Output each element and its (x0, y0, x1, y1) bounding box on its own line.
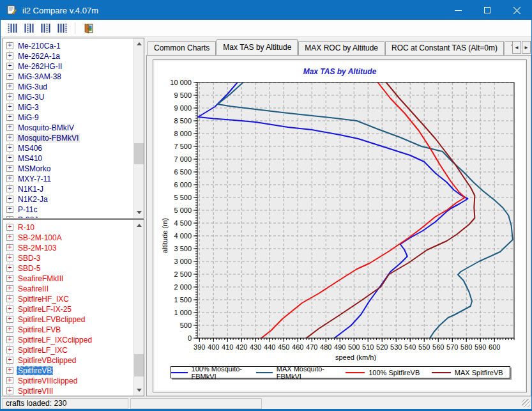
scroll-up-icon[interactable] (133, 220, 144, 231)
tab-max-roc-by-altitude[interactable]: MAX ROC by Altitude (298, 41, 384, 55)
tab-max-tas-by-altitude[interactable]: Max TAS by Altitude (217, 39, 298, 55)
tab-roc-at-constant-tas-alt-0m-[interactable]: ROC at Constant TAS (Alt=0m) (385, 41, 504, 55)
expand-plus-icon[interactable]: + (6, 134, 13, 141)
tree-item-mig-3am-38[interactable]: +MiG-3AM-38 (3, 72, 133, 82)
expand-plus-icon[interactable]: + (6, 336, 13, 343)
expand-plus-icon[interactable]: + (6, 114, 13, 121)
expand-plus-icon[interactable]: + (6, 73, 13, 80)
tree-item-spitfirelf-ix-25[interactable]: +SpitfireLF-IX-25 (3, 304, 133, 314)
expand-plus-icon[interactable]: + (6, 244, 13, 251)
tree-item-p-11c[interactable]: +P-11c (3, 205, 133, 215)
tree-item-msmorko[interactable]: +MSMorko (3, 164, 133, 174)
tree-item-label: SpitfireLF_IXCclipped (17, 336, 93, 345)
scrollbar-thumb[interactable] (134, 143, 144, 164)
tree-item-mig-9[interactable]: +MiG-9 (3, 112, 133, 123)
tree-item-ms406[interactable]: +MS406 (3, 143, 133, 153)
expand-plus-icon[interactable]: + (6, 206, 13, 213)
expand-plus-icon[interactable]: + (6, 124, 13, 131)
scrollbar-thumb[interactable] (134, 354, 144, 376)
expand-plus-icon[interactable]: + (6, 346, 13, 353)
legend-label: 100% Mosquito-FBMkVI (192, 365, 256, 380)
chart-layout-2-button[interactable] (21, 21, 36, 35)
expand-plus-icon[interactable]: + (6, 234, 13, 241)
svg-text:520: 520 (376, 343, 388, 351)
tree-item-mxy-7-11[interactable]: +MXY-7-11 (3, 174, 133, 184)
expand-plus-icon[interactable]: + (6, 254, 13, 261)
tree-item-sb-2m-103[interactable]: +SB-2M-103 (3, 243, 133, 253)
minimize-button[interactable] (443, 1, 473, 20)
tree-item-spitfirehf_ixc[interactable]: +SpitfireHF_IXC (3, 294, 133, 304)
tree-item-mosquito-fbmkvi[interactable]: +Mosquito-FBMkVI (3, 133, 133, 143)
tree-item-seafirefmkiii[interactable]: +SeafireFMkIII (3, 274, 133, 284)
expand-plus-icon[interactable]: + (6, 275, 13, 282)
expand-plus-icon[interactable]: + (6, 175, 13, 182)
tree-item-sbd-3[interactable]: +SBD-3 (3, 253, 133, 263)
expand-plus-icon[interactable]: + (6, 63, 13, 70)
tab-scroll-left-button[interactable]: ◄ (512, 41, 521, 54)
tree-item-r-10[interactable]: +R-10 (3, 222, 133, 233)
svg-text:3 000: 3 000 (174, 258, 192, 265)
expand-plus-icon[interactable]: + (6, 326, 13, 333)
close-button[interactable] (502, 1, 531, 20)
expand-plus-icon[interactable]: + (6, 295, 13, 302)
tree-item-ms410[interactable]: +MS410 (3, 153, 133, 164)
expand-plus-icon[interactable]: + (6, 265, 13, 272)
tree-item-mig-3[interactable]: +MiG-3 (3, 102, 133, 112)
bottom-tree-scrollbar[interactable] (133, 220, 144, 396)
tab-common-charts[interactable]: Common Charts (148, 41, 216, 55)
expand-plus-icon[interactable]: + (6, 216, 13, 218)
tree-item-me-210ca-1[interactable]: +Me-210Ca-1 (3, 41, 133, 51)
expand-plus-icon[interactable]: + (6, 155, 13, 162)
tree-item-spitfirevbclipped[interactable]: +SpitfireVBclipped (3, 355, 133, 366)
tree-item-mosquito-bmkiv[interactable]: +Mosquito-BMkIV (3, 123, 133, 133)
tree-item-sb-2m-100a[interactable]: +SB-2M-100A (3, 233, 133, 243)
expand-plus-icon[interactable]: + (6, 196, 13, 203)
expand-plus-icon[interactable]: + (6, 185, 13, 192)
tree-item-spitfirelfvb[interactable]: +SpitfireLFVB (3, 325, 133, 335)
expand-plus-icon[interactable]: + (6, 104, 13, 111)
tree-item-me-262hg-ii[interactable]: +Me-262HG-II (3, 61, 133, 72)
tree-item-label: SB-2M-103 (17, 244, 58, 252)
tree-item-spitfirelfvbclipped[interactable]: +SpitfireLFVBclipped (3, 314, 133, 325)
tree-item-spitfirelf_ixc[interactable]: +SpitfireLF_IXC (3, 345, 133, 355)
tree-item-sbd-5[interactable]: +SBD-5 (3, 263, 133, 274)
expand-plus-icon[interactable]: + (6, 42, 13, 49)
tree-item-spitfireviii[interactable]: +SpitfireVIII (3, 386, 133, 396)
resize-grip[interactable] (522, 399, 530, 407)
tree-item-me-262a-1a[interactable]: +Me-262A-1a (3, 51, 133, 61)
expand-plus-icon[interactable]: + (6, 377, 13, 384)
chart-layout-1-button[interactable] (4, 21, 20, 35)
svg-text:480: 480 (320, 343, 331, 351)
expand-plus-icon[interactable]: + (6, 83, 13, 90)
chart-layout-3-button[interactable] (38, 21, 53, 35)
expand-plus-icon[interactable]: + (6, 224, 13, 231)
expand-plus-icon[interactable]: + (6, 367, 13, 374)
tree-item-mig-3u[interactable]: +MiG-3U (3, 92, 133, 102)
expand-plus-icon[interactable]: + (6, 306, 13, 313)
tree-item-n1k2-ja[interactable]: +N1K2-Ja (3, 194, 133, 205)
tree-item-seafireiii[interactable]: +SeafireIII (3, 284, 133, 294)
expand-plus-icon[interactable]: + (6, 357, 13, 364)
chart-layout-4-button[interactable] (54, 21, 70, 35)
expand-plus-icon[interactable]: + (6, 93, 13, 100)
y-axis-label: altitude (m) (161, 218, 169, 253)
expand-plus-icon[interactable]: + (6, 387, 13, 394)
tree-item-n1k1-j[interactable]: +N1K1-J (3, 184, 133, 194)
expand-plus-icon[interactable]: + (6, 285, 13, 292)
tree-item-spitfirelf_ixcclipped[interactable]: +SpitfireLF_IXCclipped (3, 335, 133, 345)
tree-item-spitfirevb[interactable]: +SpitfireVB (3, 366, 133, 376)
expand-plus-icon[interactable]: + (6, 52, 13, 59)
expand-plus-icon[interactable]: + (6, 165, 13, 172)
tree-item-p-38j[interactable]: +P-38J (3, 215, 133, 218)
maximize-button[interactable] (473, 1, 502, 20)
scroll-up-icon[interactable] (133, 38, 144, 49)
tree-item-mig-3ud[interactable]: +MiG-3ud (3, 82, 133, 92)
expand-plus-icon[interactable]: + (6, 316, 13, 323)
tab-scroll-right-button[interactable]: ► (522, 41, 531, 54)
scroll-down-icon[interactable] (133, 207, 144, 218)
expand-plus-icon[interactable]: + (6, 144, 13, 151)
scroll-down-icon[interactable] (133, 385, 144, 396)
tree-item-spitfireviiiclipped[interactable]: +SpitfireVIIIclipped (3, 376, 133, 386)
top-tree-scrollbar[interactable] (133, 38, 144, 218)
exit-button[interactable] (80, 21, 96, 35)
